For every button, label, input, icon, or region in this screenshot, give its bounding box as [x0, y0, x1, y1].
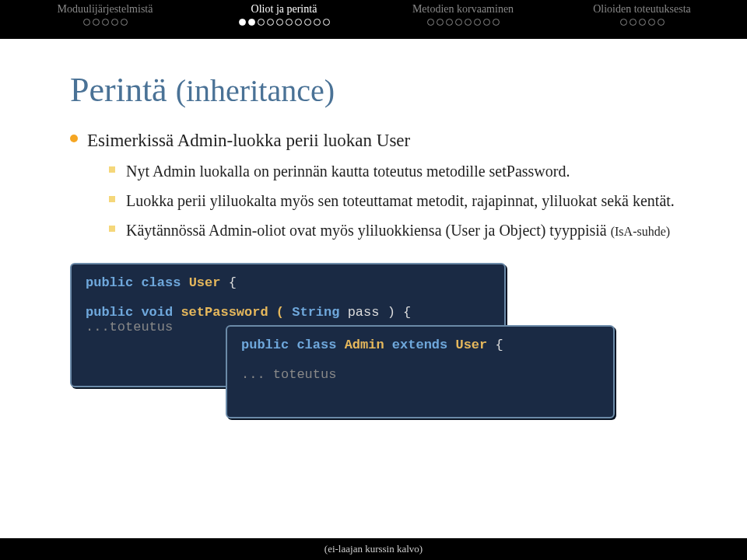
code2-blank — [241, 352, 599, 367]
main-bullet-text: Esimerkissä Admin-luokka perii luokan Us… — [87, 128, 410, 152]
navbar: Moduulijärjestelmistä Oliot ja perintä M… — [0, 0, 747, 39]
code-area: public class User { public void setPassw… — [70, 263, 677, 434]
sub-text-2: Luokka perii yliluokalta myös sen toteut… — [126, 190, 675, 212]
footer-text: (ei-laajan kurssin kalvo) — [324, 543, 423, 555]
code2-line1: public class Admin extends User { — [241, 338, 599, 352]
bullet-main-icon — [70, 135, 78, 142]
sub-text-3-note: (IsA-suhde) — [611, 225, 670, 238]
sub-text-3-main: Käytännössä Admin-oliot ovat myös yliluo… — [126, 222, 607, 239]
nav-title-3: Metodien korvaaminen — [412, 3, 514, 16]
slide-title: Perintä (inheritance) — [70, 70, 677, 110]
nav-title-4: Olioiden toteutuksesta — [593, 3, 691, 16]
nav-dots-3 — [427, 19, 500, 26]
sub-text-3: Käytännössä Admin-oliot ovat myös yliluo… — [126, 219, 670, 241]
slide-body: Perintä (inheritance) Esimerkissä Admin-… — [0, 39, 747, 434]
nav-section-1[interactable]: Moduulijärjestelmistä — [16, 3, 195, 39]
nav-dots-4 — [620, 19, 665, 26]
sub-row-3: Käytännössä Admin-oliot ovat myös yliluo… — [109, 219, 677, 241]
nav-section-4[interactable]: Olioiden toteutuksesta — [552, 3, 731, 39]
code1-line2: public void setPassword ( String pass ) … — [86, 305, 490, 320]
bullet-sub-icon — [109, 166, 115, 173]
nav-dots-1 — [83, 19, 128, 26]
sub-row-1: Nyt Admin luokalla on perinnän kautta to… — [109, 160, 677, 182]
sub-text-1: Nyt Admin luokalla on perinnän kautta to… — [126, 160, 570, 182]
title-main: Perintä — [70, 71, 167, 109]
nav-section-3[interactable]: Metodien korvaaminen — [374, 3, 552, 39]
footer: (ei-laajan kurssin kalvo) — [0, 538, 747, 560]
code1-line1: public class User { — [86, 275, 490, 290]
code2-line2: ... toteutus — [241, 367, 599, 382]
bullet-sub-icon — [109, 226, 115, 232]
nav-section-2[interactable]: Oliot ja perintä — [195, 3, 374, 39]
bullet-sub-icon — [109, 196, 115, 202]
code-box-admin: public class Admin extends User { ... to… — [226, 325, 615, 418]
sub-row-2: Luokka perii yliluokalta myös sen toteut… — [109, 190, 677, 212]
code1-blank — [86, 290, 490, 305]
nav-title-1: Moduulijärjestelmistä — [58, 3, 153, 16]
nav-dots-2 — [239, 19, 330, 26]
title-paren: (inheritance) — [176, 73, 335, 108]
sub-bullets: Nyt Admin luokalla on perinnän kautta to… — [109, 160, 677, 241]
nav-title-2: Oliot ja perintä — [251, 3, 317, 16]
main-bullet-row: Esimerkissä Admin-luokka perii luokan Us… — [70, 128, 677, 152]
